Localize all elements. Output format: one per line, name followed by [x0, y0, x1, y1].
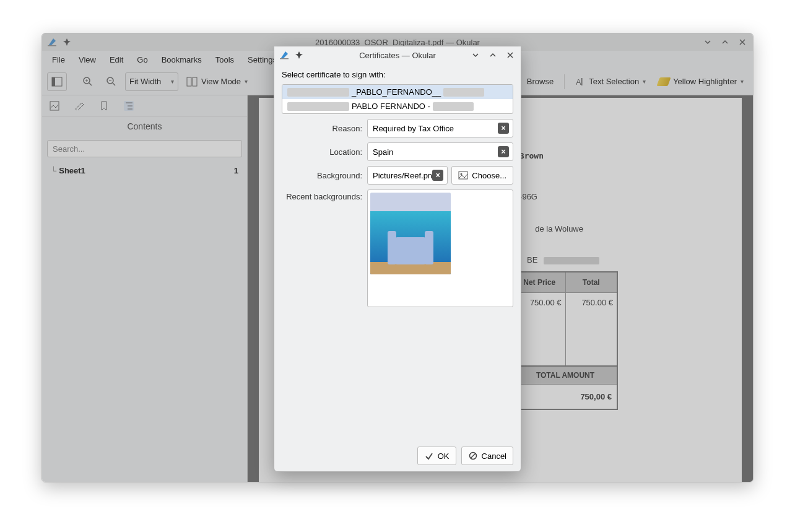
certificate-item[interactable]: x PABLO FERNANDO - x — [282, 99, 513, 113]
svg-line-22 — [471, 453, 476, 458]
dialog-max-button[interactable] — [486, 50, 500, 61]
location-label: Location: — [282, 147, 362, 157]
app-icon — [279, 50, 289, 60]
choose-button[interactable]: Choose... — [451, 166, 513, 185]
image-icon — [458, 170, 468, 180]
location-input[interactable]: Spain — [367, 142, 513, 161]
cancel-button[interactable]: Cancel — [461, 447, 513, 465]
check-icon — [424, 451, 434, 461]
dialog-close-button[interactable] — [503, 50, 517, 61]
recent-label: Recent backgrounds: — [282, 190, 362, 201]
background-input[interactable]: Pictures/Reef.png — [367, 166, 448, 185]
recent-backgrounds-list[interactable] — [367, 190, 513, 307]
background-label: Background: — [282, 171, 362, 180]
dialog-prompt: Select certificate to sign with: — [282, 70, 513, 79]
svg-rect-18 — [280, 58, 289, 59]
reason-input[interactable]: Required by Tax Office — [367, 119, 513, 137]
certificates-dialog: Certificates — Okular Select certificate… — [274, 46, 521, 472]
clear-icon[interactable] — [498, 146, 509, 157]
certificate-item[interactable]: x _PABLO_FERNANDO__ x — [282, 85, 513, 99]
recent-bg-thumb[interactable] — [370, 193, 451, 274]
pin-icon[interactable] — [294, 50, 304, 60]
certificate-list[interactable]: x _PABLO_FERNANDO__ x x PABLO FERNANDO -… — [282, 84, 513, 114]
clear-icon[interactable] — [432, 170, 443, 181]
svg-point-20 — [461, 173, 463, 175]
dialog-min-button[interactable] — [469, 50, 482, 61]
ok-button[interactable]: OK — [417, 447, 456, 465]
clear-icon[interactable] — [498, 123, 509, 134]
reason-label: Reason: — [282, 124, 362, 133]
cancel-icon — [468, 451, 478, 461]
